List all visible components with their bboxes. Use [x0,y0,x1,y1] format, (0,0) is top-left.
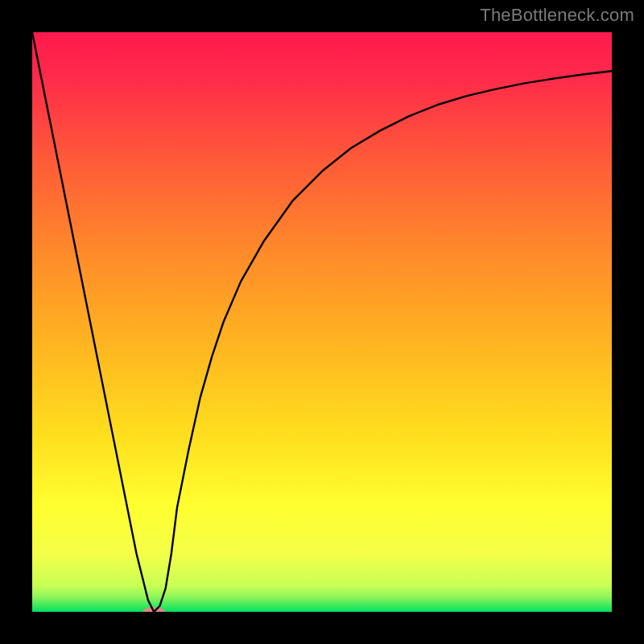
watermark-text: TheBottleneck.com [480,5,634,26]
bottleneck-curve-plot [32,32,612,612]
chart-frame: TheBottleneck.com [0,0,644,644]
